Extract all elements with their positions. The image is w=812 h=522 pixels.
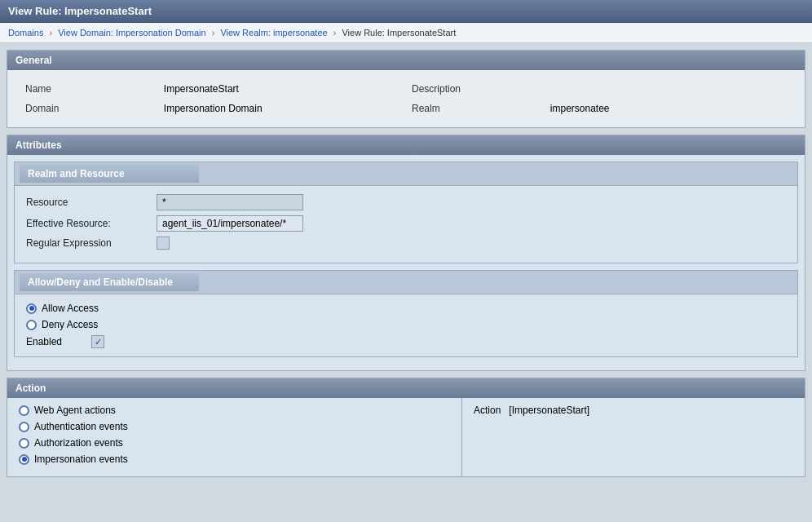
description-label: Description bbox=[407, 80, 544, 98]
attributes-header: Attributes bbox=[7, 135, 805, 155]
deny-access-radio[interactable] bbox=[26, 320, 37, 330]
breadcrumb-domains[interactable]: Domains bbox=[8, 28, 43, 38]
allow-deny-body: Allow Access Deny Access Enabled bbox=[15, 294, 797, 356]
web-agent-row: Web Agent actions bbox=[19, 405, 450, 416]
title-text: View Rule: ImpersonateStart bbox=[8, 5, 152, 17]
web-agent-radio[interactable] bbox=[19, 405, 29, 416]
resource-value: * bbox=[157, 194, 303, 210]
allow-deny-header-row: Allow/Deny and Enable/Disable bbox=[15, 271, 797, 294]
effective-resource-row: Effective Resource: agent_iis_01/imperso… bbox=[26, 215, 786, 232]
breadcrumb-domain[interactable]: View Domain: Impersonation Domain bbox=[58, 28, 205, 38]
sep2: › bbox=[212, 28, 215, 38]
attributes-section: Attributes Realm and Resource Resource *… bbox=[7, 135, 805, 371]
action-left: Web Agent actions Authentication events … bbox=[7, 398, 461, 476]
allow-deny-header: Allow/Deny and Enable/Disable bbox=[20, 273, 199, 291]
attributes-body: Realm and Resource Resource * Effective … bbox=[7, 155, 805, 370]
allow-access-label: Allow Access bbox=[42, 303, 99, 314]
action-value: [ImpersonateStart] bbox=[509, 405, 589, 416]
allow-access-row: Allow Access bbox=[26, 303, 786, 314]
action-split: Web Agent actions Authentication events … bbox=[7, 398, 805, 476]
realm-resource-subsection: Realm and Resource Resource * Effective … bbox=[14, 161, 798, 263]
auth-events-radio[interactable] bbox=[19, 422, 29, 432]
general-table: Name ImpersonateStart Description Domain… bbox=[19, 78, 793, 119]
enabled-label: Enabled bbox=[26, 336, 91, 347]
resource-row: Resource * bbox=[26, 194, 786, 210]
name-value: ImpersonateStart bbox=[159, 80, 405, 98]
realm-resource-header: Realm and Resource bbox=[20, 165, 199, 183]
allow-access-radio[interactable] bbox=[26, 303, 37, 314]
action-header: Action bbox=[7, 378, 805, 398]
name-label: Name bbox=[20, 80, 157, 98]
general-header: General bbox=[7, 51, 805, 70]
realm-label: Realm bbox=[407, 100, 544, 117]
effective-resource-label: Effective Resource: bbox=[26, 218, 157, 229]
impersonation-events-label: Impersonation events bbox=[34, 453, 128, 465]
content-area: General Name ImpersonateStart Descriptio… bbox=[0, 43, 812, 490]
general-body: Name ImpersonateStart Description Domain… bbox=[7, 70, 805, 127]
auth-events-row: Authentication events bbox=[19, 421, 450, 432]
effective-resource-value: agent_iis_01/impersonatee/* bbox=[157, 215, 303, 232]
realm-value: impersonatee bbox=[545, 100, 792, 117]
description-value bbox=[545, 80, 792, 98]
domain-label: Domain bbox=[20, 100, 157, 117]
breadcrumb-current: View Rule: ImpersonateStart bbox=[342, 28, 456, 38]
breadcrumb: Domains › View Domain: Impersonation Dom… bbox=[0, 23, 812, 43]
sep3: › bbox=[333, 28, 337, 38]
auth-events-label: Authentication events bbox=[34, 421, 128, 432]
title-bar: View Rule: ImpersonateStart bbox=[0, 0, 812, 23]
action-label: Action bbox=[474, 405, 501, 416]
general-section: General Name ImpersonateStart Descriptio… bbox=[7, 50, 805, 128]
enabled-row: Enabled bbox=[26, 335, 786, 348]
authz-events-label: Authorization events bbox=[34, 437, 123, 449]
impersonation-events-radio[interactable] bbox=[19, 454, 29, 465]
sep1: › bbox=[49, 28, 52, 38]
enabled-checkbox[interactable] bbox=[91, 335, 104, 348]
domain-value: Impersonation Domain bbox=[159, 100, 405, 117]
realm-resource-header-row: Realm and Resource bbox=[15, 162, 797, 186]
allow-deny-subsection: Allow/Deny and Enable/Disable Allow Acce… bbox=[14, 270, 798, 357]
action-section: Action Web Agent actions Authentication … bbox=[7, 378, 805, 477]
regex-row: Regular Expression bbox=[26, 237, 786, 250]
deny-access-label: Deny Access bbox=[42, 319, 98, 330]
web-agent-label: Web Agent actions bbox=[34, 405, 116, 416]
authz-events-row: Authorization events bbox=[19, 437, 450, 449]
action-right: Action [ImpersonateStart] bbox=[462, 398, 805, 476]
regex-label: Regular Expression bbox=[26, 237, 157, 249]
deny-access-row: Deny Access bbox=[26, 319, 786, 330]
realm-resource-body: Resource * Effective Resource: agent_iis… bbox=[15, 186, 797, 263]
regex-checkbox[interactable] bbox=[157, 237, 170, 250]
authz-events-radio[interactable] bbox=[19, 438, 29, 449]
breadcrumb-realm[interactable]: View Realm: impersonatee bbox=[220, 28, 327, 38]
resource-label: Resource bbox=[26, 197, 157, 208]
impersonation-events-row: Impersonation events bbox=[19, 453, 450, 465]
